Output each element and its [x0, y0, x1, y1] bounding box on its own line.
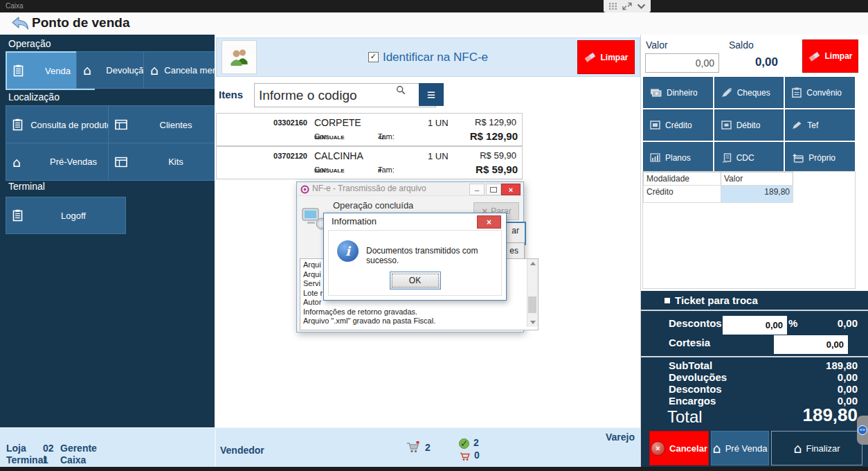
payment-methods-grid: Dinheiro Cheques Convênio Crédito Débito… [643, 77, 855, 173]
pen-icon [792, 121, 802, 130]
pay-button-debito[interactable]: Débito [714, 109, 784, 141]
close-icon[interactable]: × [501, 184, 521, 195]
divider [215, 429, 216, 466]
pay-button-label: Cheques [737, 88, 770, 98]
item-code-input[interactable] [254, 83, 436, 107]
menu-button[interactable]: ≡ [419, 83, 444, 106]
sidebar-item-clientes[interactable]: Clientes [108, 105, 228, 144]
debit-card-icon [721, 121, 732, 130]
sidebar-item-label: Clientes [160, 120, 192, 130]
search-icon [396, 85, 406, 95]
home-icon: ⌂ [713, 443, 721, 454]
sidebar-item-label: Logoff [61, 211, 86, 221]
grid-icon[interactable] [608, 2, 617, 10]
ok-button[interactable]: OK [390, 272, 441, 290]
divider [641, 356, 868, 357]
log-scrollbar[interactable] [527, 259, 538, 327]
pay-button-planos[interactable]: Planos [643, 142, 713, 173]
pay-button-label: Convênio [806, 88, 842, 98]
teamviewer-tab[interactable]: «» [857, 416, 868, 445]
customers-button[interactable] [221, 40, 257, 74]
pos-window: Caixa Ponto de venda Operação [0, 0, 868, 471]
nfe-app-icon [300, 184, 309, 197]
section-label-localizacao: Localização [8, 91, 60, 103]
status-bar: Loja 02 Gerente Terminal 1 Caixa Vendedo… [0, 427, 640, 468]
pay-button-dinheiro[interactable]: Dinheiro [643, 77, 713, 108]
ticket-para-troca-checkbox[interactable]: Ticket para troca [641, 291, 868, 311]
section-label-operacao: Operação [8, 38, 51, 49]
pay-button-cdc[interactable]: CDC [714, 142, 784, 173]
back-arrow-icon[interactable] [11, 16, 29, 33]
dialog-titlebar[interactable]: NF-e - Transmissão de arquivo – × [297, 182, 523, 196]
nfc-checkbox-row: ✓ Identificar na NFC-e [217, 38, 640, 76]
expand-icon[interactable] [622, 2, 632, 10]
pay-button-proprio[interactable]: Próprio [785, 142, 855, 173]
sidebar-item-logoff[interactable]: Logoff [6, 197, 126, 234]
pending-count: 0 [474, 450, 480, 461]
finalizar-button[interactable]: ⌂ Finalizar [771, 431, 862, 465]
minimize-button[interactable]: – [469, 184, 485, 195]
information-dialog: Information × i Documentos transmitidos … [323, 213, 507, 301]
item-color: Cor: SENSUALE [314, 166, 345, 174]
item-name: CALCINHA [314, 150, 363, 161]
table-cell-valor[interactable]: 189,80 [721, 185, 793, 203]
cortesia-input[interactable] [774, 335, 848, 354]
home-icon: ⌂ [83, 64, 91, 75]
nfc-checkbox[interactable]: ✓ [368, 52, 379, 62]
item-code: 03302160 [255, 118, 307, 127]
devolucoes-value: 0,00 [838, 371, 858, 383]
totals-panel: Ticket para troca Descontos % 0,00 Corte… [641, 291, 868, 467]
chevron-down-icon[interactable] [637, 3, 646, 9]
close-icon[interactable]: × [477, 215, 501, 229]
clipboard-icon [792, 87, 802, 98]
sidebar-item-kits[interactable]: Kits [108, 143, 228, 181]
pay-button-tef[interactable]: Tef [785, 109, 855, 141]
document-icon [13, 64, 24, 77]
pay-button-credito[interactable]: Crédito [643, 109, 713, 141]
valor-input[interactable] [645, 53, 719, 73]
finalizar-label: Finalizar [806, 443, 840, 454]
item-color: Cor: SENSUALE [314, 132, 345, 141]
pay-button-label: Próprio [808, 153, 835, 163]
loja-value: 02 [43, 443, 54, 454]
remote-access-icon: «» [858, 425, 867, 435]
cancelar-label: Cancelar [669, 443, 707, 454]
item-row[interactable]: 03702120 CALCINHA 1 UN R$ 59,90 Cor: SEN… [216, 146, 523, 179]
payment-panel: Valor Saldo 0,00 Limpar Dinheiro Cheques… [640, 35, 868, 467]
descontos-value: 0,00 [838, 317, 858, 329]
pre-venda-button[interactable]: ⌂ Pré Venda [711, 431, 769, 465]
table-cell-modalidade[interactable]: Crédito [643, 185, 727, 203]
limpar-payment-button[interactable]: Limpar [802, 39, 858, 73]
home-icon: ⌂ [150, 64, 159, 75]
page-header: Ponto de venda [0, 12, 868, 35]
scroll-down-icon[interactable] [530, 321, 536, 324]
pay-button-cheques[interactable]: Cheques [714, 77, 784, 108]
page-title: Ponto de venda [32, 15, 129, 30]
item-unit-price: R$ 59,90 [480, 150, 516, 161]
item-total-price: R$ 129,90 [470, 130, 518, 142]
pay-button-label: Dinheiro [667, 88, 698, 98]
loja-label: Loja [6, 443, 26, 454]
pay-button-convenio[interactable]: Convênio [785, 77, 855, 108]
document-icon [12, 209, 23, 222]
sidebar-item-label: Consulta de produtos [30, 120, 116, 130]
item-qty: 1 UN [428, 118, 449, 128]
transmission-status-text: Operação concluída [333, 200, 413, 211]
scrollbar-thumb[interactable] [528, 296, 536, 313]
cancelar-button[interactable]: × Cancelar [649, 431, 709, 465]
checkbox-square-icon [664, 298, 670, 303]
limpar-label: Limpar [600, 53, 628, 62]
valor-label: Valor [646, 39, 668, 51]
limpar-label: Limpar [824, 51, 852, 61]
window-icon [115, 157, 127, 167]
descontos-input[interactable] [723, 316, 787, 335]
maximize-button[interactable] [486, 184, 501, 195]
devolucoes-label: Devoluções [669, 371, 727, 383]
sidebar-item-label: Kits [168, 157, 183, 167]
scroll-up-icon[interactable] [530, 262, 536, 265]
bottom-strip [0, 467, 868, 471]
descontos-total-value: 0,00 [838, 383, 858, 395]
item-row[interactable]: 03302160 CORPETE 1 UN R$ 129,90 Cor: SEN… [216, 113, 523, 146]
itens-label: Itens [219, 89, 243, 100]
limpar-items-button[interactable]: Limpar [577, 40, 635, 74]
